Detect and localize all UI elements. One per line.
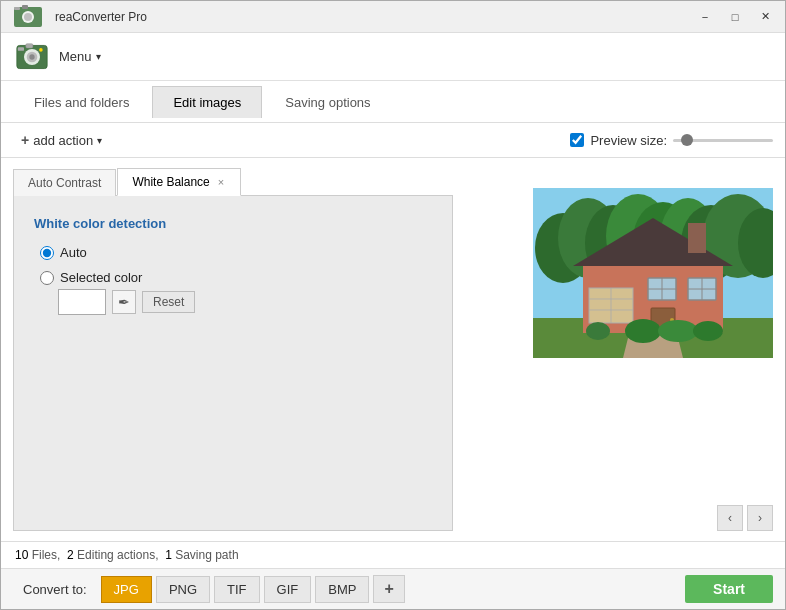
- tab-files[interactable]: Files and folders: [13, 86, 150, 118]
- top-tabs: Files and folders Edit images Saving opt…: [1, 81, 785, 123]
- svg-point-42: [693, 321, 723, 341]
- edit-panel: Auto Contrast White Balance × White colo…: [13, 168, 453, 531]
- tab-close-icon[interactable]: ×: [216, 176, 226, 188]
- white-balance-panel: White color detection Auto Selected colo…: [13, 195, 453, 531]
- auto-option-row: Auto: [40, 245, 432, 260]
- app-title: reaConverter Pro: [55, 10, 693, 24]
- main-content: Auto Contrast White Balance × White colo…: [1, 158, 785, 541]
- files-label: Files,: [32, 548, 61, 562]
- minimize-button[interactable]: −: [693, 8, 717, 26]
- selected-color-option-row: Selected color: [40, 270, 432, 285]
- reset-button[interactable]: Reset: [142, 291, 195, 313]
- tab-saving[interactable]: Saving options: [264, 86, 391, 118]
- color-swatch[interactable]: [58, 289, 106, 315]
- preview-size-label: Preview size:: [590, 133, 667, 148]
- nav-arrows: ‹ ›: [717, 505, 773, 531]
- eyedropper-icon: ✒: [118, 294, 130, 310]
- saving-count: 1: [165, 548, 172, 562]
- preview-image: [533, 188, 773, 358]
- svg-rect-3: [22, 5, 28, 9]
- selected-color-label: Selected color: [60, 270, 142, 285]
- files-count: 10: [15, 548, 28, 562]
- menubar: Menu ▾: [1, 33, 785, 81]
- auto-radio[interactable]: [40, 246, 54, 260]
- statusbar: 10 Files, 2 Editing actions, 1 Saving pa…: [1, 541, 785, 568]
- window-controls: − □ ✕: [693, 8, 777, 26]
- close-button[interactable]: ✕: [753, 8, 777, 26]
- detection-options: Auto Selected color: [40, 245, 432, 285]
- preview-size-checkbox[interactable]: [570, 133, 584, 147]
- bottombar: Convert to: JPG PNG TIF GIF BMP + Start: [1, 568, 785, 609]
- preview-size-group: Preview size:: [570, 133, 773, 148]
- auto-label: Auto: [60, 245, 87, 260]
- convert-to-label: Convert to:: [13, 577, 97, 602]
- tab-white-balance[interactable]: White Balance ×: [117, 168, 241, 196]
- format-jpg-button[interactable]: JPG: [101, 576, 152, 603]
- section-title: White color detection: [34, 216, 432, 231]
- eyedropper-button[interactable]: ✒: [112, 290, 136, 314]
- add-action-button[interactable]: + add action ▾: [13, 129, 110, 151]
- maximize-button[interactable]: □: [723, 8, 747, 26]
- svg-rect-10: [18, 47, 24, 51]
- format-gif-button[interactable]: GIF: [264, 576, 312, 603]
- titlebar: reaConverter Pro − □ ✕: [1, 1, 785, 33]
- app-icon: [9, 0, 47, 35]
- menu-button[interactable]: Menu ▾: [59, 49, 101, 64]
- toolbar: + add action ▾ Preview size:: [1, 123, 785, 158]
- slider-thumb[interactable]: [681, 134, 693, 146]
- svg-point-8: [29, 54, 34, 59]
- color-picker-row: ✒ Reset: [58, 289, 432, 315]
- format-png-button[interactable]: PNG: [156, 576, 210, 603]
- svg-rect-39: [688, 223, 706, 253]
- logo-icon: [13, 39, 51, 75]
- editing-count: 2: [67, 548, 74, 562]
- selected-color-radio[interactable]: [40, 271, 54, 285]
- svg-point-40: [625, 319, 661, 343]
- dropdown-icon: ▾: [97, 135, 102, 146]
- preview-size-slider[interactable]: [673, 139, 773, 142]
- add-format-button[interactable]: +: [373, 575, 404, 603]
- svg-rect-4: [14, 7, 20, 10]
- format-bmp-button[interactable]: BMP: [315, 576, 369, 603]
- format-tif-button[interactable]: TIF: [214, 576, 260, 603]
- preview-panel: ‹ ›: [465, 168, 773, 531]
- inner-tabs: Auto Contrast White Balance ×: [13, 168, 453, 196]
- saving-label: Saving path: [175, 548, 238, 562]
- plus-icon: +: [21, 132, 29, 148]
- tab-edit[interactable]: Edit images: [152, 86, 262, 118]
- prev-arrow[interactable]: ‹: [717, 505, 743, 531]
- svg-point-43: [586, 322, 610, 340]
- start-button[interactable]: Start: [685, 575, 773, 603]
- tab-auto-contrast[interactable]: Auto Contrast: [13, 169, 116, 196]
- svg-point-2: [24, 13, 32, 21]
- next-arrow[interactable]: ›: [747, 505, 773, 531]
- svg-rect-9: [26, 43, 33, 47]
- svg-point-11: [39, 48, 43, 52]
- chevron-down-icon: ▾: [96, 51, 101, 62]
- svg-point-41: [658, 320, 698, 342]
- editing-label: Editing actions,: [77, 548, 158, 562]
- menu-label-text: Menu: [59, 49, 92, 64]
